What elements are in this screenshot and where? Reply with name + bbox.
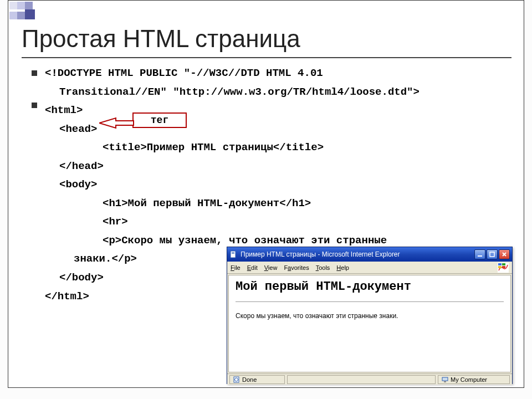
svg-rect-11: [498, 266, 502, 268]
status-left-text: Done: [242, 376, 257, 383]
page-paragraph: Скоро мы узнаем, что означают эти странн…: [236, 312, 504, 320]
code-line-doctype-2: Transitional//EN" "http://www.w3.org/TR/…: [45, 85, 505, 100]
status-mid: [287, 375, 436, 384]
browser-window: Пример HTML страницы - Microsoft Interne…: [227, 247, 513, 384]
window-controls: [474, 249, 510, 259]
callout-label: тег: [151, 115, 168, 126]
menu-tools[interactable]: Tools: [316, 264, 330, 271]
svg-rect-4: [478, 255, 482, 257]
browser-menubar: File Edit View Favorites Tools Help: [227, 262, 512, 274]
status-left: Done: [229, 375, 285, 384]
minimize-button[interactable]: [474, 249, 485, 259]
menu-view[interactable]: View: [264, 264, 278, 271]
svg-rect-15: [442, 377, 448, 381]
menu-favorites[interactable]: Favorites: [284, 264, 309, 271]
status-right: My Computer: [438, 375, 510, 384]
browser-statusbar: Done My Computer: [227, 374, 512, 385]
slide-frame: Простая HTML страница <!DOCTYPE HTML PUB…: [8, 0, 524, 388]
code-line-html-open: <html>: [45, 103, 505, 119]
svg-rect-9: [498, 263, 502, 265]
svg-rect-12: [502, 266, 505, 268]
code-line-hr: <hr>: [45, 214, 505, 230]
code-line-head-close: </head>: [45, 159, 505, 175]
callout-tag: тег: [132, 112, 187, 128]
code-line-title: <title>Пример HTML страницы</title>: [45, 140, 505, 156]
svg-rect-1: [231, 251, 236, 258]
slide-title: Простая HTML страница: [22, 25, 300, 53]
ie-logo-icon: [498, 263, 509, 273]
callout-arrow-icon: [99, 117, 135, 129]
browser-content: Мой первый HTML-документ Скоро мы узнаем…: [228, 275, 511, 372]
title-underline: [22, 57, 511, 58]
svg-rect-5: [490, 252, 494, 257]
code-line-body-open: <body>: [45, 177, 505, 193]
code-line-doctype-1: <!DOCTYPE HTML PUBLIC "-//W3C//DTD HTML …: [45, 66, 505, 81]
menu-help[interactable]: Help: [336, 264, 349, 271]
status-right-text: My Computer: [451, 376, 487, 383]
browser-title: Пример HTML страницы - Microsoft Interne…: [241, 250, 471, 258]
done-icon: [233, 376, 240, 383]
computer-icon: [442, 376, 448, 383]
code-line-h1: <h1>Мой первый HTML-документ</h1>: [45, 196, 505, 212]
bullet-icon: [32, 103, 37, 108]
decorative-squares: [9, 2, 35, 19]
bullet-icon: [32, 70, 37, 76]
page-heading: Мой первый HTML-документ: [236, 280, 504, 294]
menu-file[interactable]: File: [231, 264, 241, 271]
menu-edit[interactable]: Edit: [247, 264, 258, 271]
browser-titlebar: Пример HTML страницы - Microsoft Interne…: [227, 247, 512, 262]
close-button[interactable]: [499, 249, 510, 259]
svg-rect-16: [444, 381, 446, 382]
svg-rect-2: [232, 252, 234, 253]
svg-rect-10: [502, 263, 505, 265]
document-icon: [229, 250, 237, 258]
page-hr: [236, 301, 504, 302]
maximize-button[interactable]: [487, 249, 498, 259]
svg-marker-0: [99, 118, 134, 128]
svg-rect-3: [232, 253, 234, 254]
